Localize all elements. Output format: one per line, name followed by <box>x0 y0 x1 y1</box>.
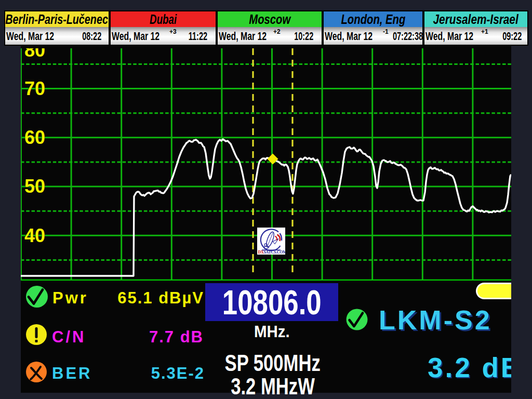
svg-text:DXSATCS.COM: DXSATCS.COM <box>258 250 286 255</box>
svg-text:80: 80 <box>24 48 45 61</box>
svg-text:70: 70 <box>24 78 45 99</box>
svg-text:50: 50 <box>24 176 45 197</box>
svg-text:40: 40 <box>24 225 45 246</box>
svg-text:60: 60 <box>24 127 45 148</box>
